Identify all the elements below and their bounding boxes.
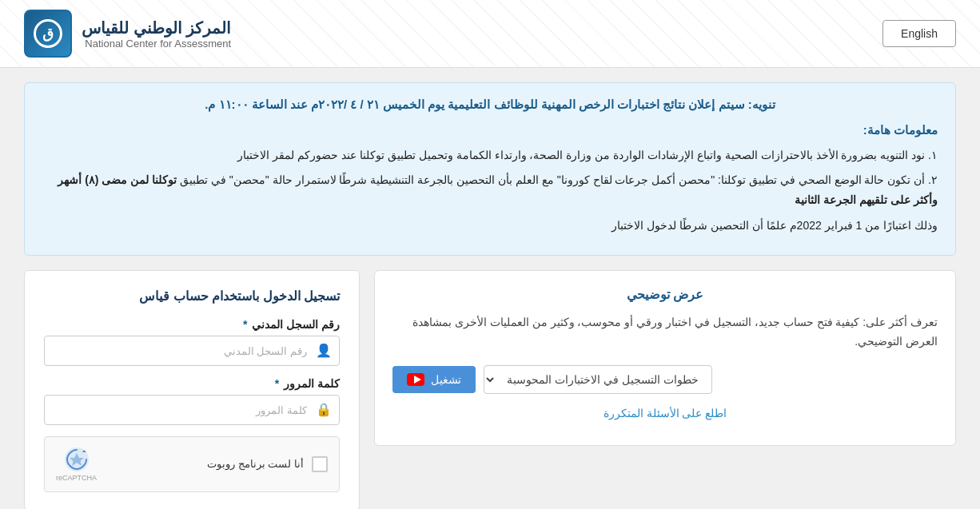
- login-title: تسجيل الدخول باستخدام حساب قياس: [44, 288, 340, 304]
- national-id-group: رقم السجل المدني * 👤: [44, 318, 340, 366]
- national-id-input[interactable]: [44, 336, 340, 366]
- demo-title: عرض توضيحي: [392, 287, 938, 302]
- demo-select[interactable]: خطوات التسجيل في الاختبارات المحوسبة: [484, 365, 712, 394]
- password-required: *: [275, 377, 279, 390]
- english-language-button[interactable]: English: [882, 20, 956, 47]
- notice-section-title: معلومات هامة:: [42, 123, 938, 137]
- national-id-wrapper: 👤: [44, 336, 340, 366]
- national-id-label: رقم السجل المدني *: [44, 318, 340, 331]
- notice-item-2-prefix: ٢. أن تكون حالة الوضع الصحي في تطبيق توك…: [180, 173, 938, 186]
- logo-area: المركز الوطني للقياس National Center for…: [24, 10, 231, 58]
- user-icon: 👤: [316, 343, 332, 358]
- logo-icon: [24, 10, 72, 58]
- notice-box: تنويه: سيتم إعلان نتائج اختبارات الرخص ا…: [24, 82, 956, 256]
- demo-description: تعرف أكثر على: كيفية فتح حساب جديد، التس…: [392, 313, 938, 352]
- demo-play-button[interactable]: تشغيل: [392, 366, 476, 393]
- play-button-label: تشغيل: [431, 373, 461, 386]
- recaptcha-left: أنا لست برنامج روبوت: [207, 456, 328, 472]
- recaptcha-checkbox[interactable]: [312, 456, 328, 472]
- recaptcha-logo-icon: [64, 447, 90, 472]
- logo-text: المركز الوطني للقياس National Center for…: [82, 18, 231, 50]
- lower-section: عرض توضيحي تعرف أكثر على: كيفية فتح حساب…: [24, 270, 956, 509]
- password-label: كلمة المرور *: [44, 377, 340, 390]
- recaptcha-box[interactable]: أنا لست برنامج روبوت reCAPTCHA: [44, 436, 340, 492]
- demo-dropdown-row: خطوات التسجيل في الاختبارات المحوسبة تشغ…: [392, 365, 938, 394]
- password-group: كلمة المرور * 🔒: [44, 377, 340, 425]
- login-box: تسجيل الدخول باستخدام حساب قياس رقم السج…: [24, 270, 360, 509]
- notice-item-1: ١. نود التنويه بضرورة الأخذ بالاحترازات …: [42, 145, 938, 165]
- demo-box: عرض توضيحي تعرف أكثر على: كيفية فتح حساب…: [374, 270, 956, 446]
- svg-marker-0: [414, 376, 421, 384]
- notice-item-3: وذلك اعتبارًا من 1 فبراير 2022م علمًا أن…: [42, 216, 938, 236]
- password-input[interactable]: [44, 395, 340, 425]
- faq-link[interactable]: اطلع على الأسئلة المتكررة: [392, 407, 938, 420]
- password-wrapper: 🔒: [44, 395, 340, 425]
- youtube-icon: [407, 373, 424, 386]
- lock-icon: 🔒: [316, 402, 332, 417]
- header: English المركز الوطني للقياس National Ce…: [0, 0, 980, 68]
- main-content: تنويه: سيتم إعلان نتائج اختبارات الرخص ا…: [0, 68, 980, 509]
- notice-title: تنويه: سيتم إعلان نتائج اختبارات الرخص ا…: [42, 97, 938, 112]
- logo-arabic-name: المركز الوطني للقياس: [82, 18, 231, 38]
- notice-item-2: ٢. أن تكون حالة الوضع الصحي في تطبيق توك…: [42, 170, 938, 210]
- recaptcha-logo: reCAPTCHA: [56, 447, 97, 482]
- recaptcha-subtext: reCAPTCHA: [56, 474, 97, 482]
- recaptcha-label: أنا لست برنامج روبوت: [207, 458, 304, 470]
- logo-english-name: National Center for Assessment: [82, 38, 231, 50]
- national-id-required: *: [243, 318, 247, 331]
- logo-icon-inner: [26, 11, 70, 56]
